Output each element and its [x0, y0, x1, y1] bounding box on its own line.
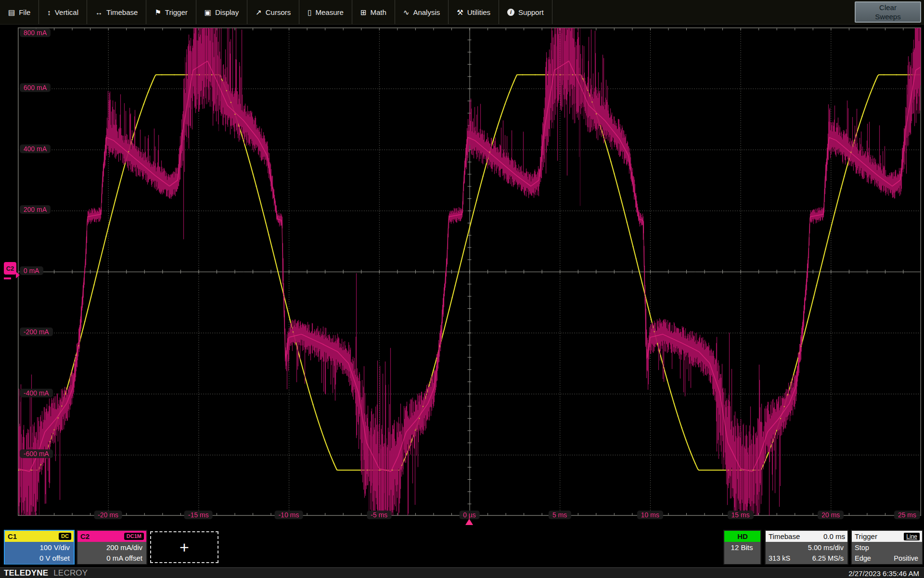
trigger-flag-icon: ⚑ — [154, 9, 161, 16]
add-trace-button[interactable]: + — [150, 531, 218, 563]
timebase-samples: 313 kS — [769, 553, 790, 564]
timebase-rate: 6.25 MS/s — [812, 553, 844, 564]
c1-scale: 100 V/div — [8, 542, 70, 553]
measure-icon: ▯ — [308, 9, 311, 16]
menu-item-display[interactable]: ▣Display — [196, 0, 247, 24]
x-axis-label-0ms: 0 µs — [459, 511, 480, 519]
trigger-title: Trigger — [855, 532, 877, 540]
menu-item-label: Trigger — [165, 8, 188, 16]
menu-item-utilities[interactable]: ⚒Utilities — [449, 0, 499, 24]
display-icon: ▣ — [205, 9, 211, 16]
file-icon: ▤ — [8, 9, 15, 16]
c2-label: C2 — [80, 532, 90, 540]
menu-item-math[interactable]: ⊞Math — [352, 0, 395, 24]
x-axis-label-15ms: 15 ms — [728, 511, 754, 519]
c2-zero-level-dash — [4, 277, 11, 279]
clear-sweeps-line1: Clear — [879, 3, 897, 12]
menu-item-label: Timebase — [106, 8, 138, 16]
c1-coupling-badge: DC — [59, 533, 71, 540]
calculator-icon: ⊞ — [360, 9, 367, 16]
y-axis-label-600mA: 600 mA — [20, 83, 51, 92]
c1-settings: 100 V/div 0 V offset — [5, 542, 74, 564]
trigger-source-badge: Line — [904, 533, 920, 540]
menu-item-file[interactable]: ▤File — [0, 0, 39, 24]
c1-label: C1 — [8, 532, 17, 540]
timebase-settings: 5.00 ms/div 313 kS 6.25 MS/s — [766, 542, 847, 564]
channel-descriptor-c2[interactable]: C2 DC1M 200 mA/div 0 mA offset — [77, 530, 147, 565]
menu-item-label: Vertical — [55, 8, 78, 16]
hd-label: HD — [737, 532, 748, 540]
c2-zero-level-marker[interactable]: C2 — [4, 262, 16, 275]
timebase-header: Timebase 0.0 ms — [766, 531, 847, 542]
timebase-delay: 0.0 ms — [823, 532, 845, 540]
trigger-slope: Positive — [894, 553, 918, 564]
menu-item-label: Support — [518, 8, 544, 16]
hd-bits: 12 Bits — [724, 542, 760, 564]
y-axis-label-200mA: 200 mA — [20, 205, 51, 214]
timebase-title: Timebase — [769, 532, 800, 540]
tools-icon: ⚒ — [457, 9, 463, 16]
menu-item-vertical[interactable]: ↕Vertical — [39, 0, 87, 24]
analysis-wave-icon: ∿ — [403, 9, 410, 16]
y-axis-label--200mA: -200 mA — [20, 328, 53, 336]
horizontal-arrows-icon: ↔ — [95, 9, 103, 16]
x-axis-label--5ms: -5 ms — [367, 511, 391, 519]
clear-sweeps-button[interactable]: ClearSweeps — [855, 1, 921, 23]
hd-badge: HD — [724, 531, 760, 542]
menu-item-support[interactable]: iSupport — [499, 0, 552, 24]
y-axis-label--600mA: -600 mA — [20, 449, 53, 458]
menu-item-label: Cursors — [266, 8, 291, 16]
y-axis-label-800mA: 800 mA — [20, 28, 51, 37]
menu-item-cursors[interactable]: ↗Cursors — [247, 0, 299, 24]
x-axis-label--20ms: -20 ms — [94, 511, 122, 519]
x-axis-label--15ms: -15 ms — [184, 511, 213, 519]
menu-item-trigger[interactable]: ⚑Trigger — [146, 0, 196, 24]
status-bar: TELEDYNE LECROY 2/27/2023 6:35:46 AM — [0, 567, 924, 578]
timebase-descriptor[interactable]: Timebase 0.0 ms 5.00 ms/div 313 kS 6.25 … — [765, 530, 848, 565]
x-axis-label-25ms: 25 ms — [894, 511, 920, 519]
c2-zero-pointer-icon — [16, 272, 20, 278]
menu-item-label: Math — [370, 8, 386, 16]
c2-settings: 200 mA/div 0 mA offset — [77, 542, 146, 564]
vertical-arrows-icon: ↕ — [47, 9, 51, 16]
trigger-type: Edge — [855, 553, 871, 564]
menu-item-label: File — [19, 8, 30, 16]
brand-lecroy: LECROY — [53, 568, 88, 578]
channel-descriptor-c1[interactable]: C1 DC 100 V/div 0 V offset — [4, 530, 75, 565]
trigger-settings: Stop Edge Positive — [852, 542, 922, 564]
menu-item-measure[interactable]: ▯Measure — [299, 0, 352, 24]
trigger-header: Trigger Line — [852, 531, 922, 542]
info-icon: i — [507, 9, 514, 16]
c2-header: C2 DC1M — [77, 531, 146, 542]
brand-teledyne: TELEDYNE — [4, 568, 48, 578]
timebase-scale: 5.00 ms/div — [769, 542, 844, 553]
y-axis-label-0mA: 0 mA — [20, 266, 43, 275]
cursor-arrow-icon: ↗ — [256, 9, 262, 16]
datetime-display: 2/27/2023 6:35:46 AM — [848, 569, 919, 578]
menu-item-analysis[interactable]: ∿Analysis — [395, 0, 449, 24]
brand-logo: TELEDYNE LECROY — [4, 568, 88, 578]
menu-item-timebase[interactable]: ↔Timebase — [87, 0, 146, 24]
hd-mode-box[interactable]: HD 12 Bits — [723, 530, 761, 565]
oscilloscope-screen: ▤File↕Vertical↔Timebase⚑Trigger▣Display↗… — [0, 0, 924, 578]
c1-offset: 0 V offset — [8, 553, 70, 564]
menu-item-label: Analysis — [413, 8, 440, 16]
trigger-mode: Stop — [855, 542, 918, 553]
menu-bar: ▤File↕Vertical↔Timebase⚑Trigger▣Display↗… — [0, 0, 924, 25]
y-axis-label--400mA: -400 mA — [20, 389, 53, 397]
c2-coupling-badge: DC1M — [124, 533, 144, 540]
x-axis-label-20ms: 20 ms — [818, 511, 844, 519]
c1-header: C1 DC — [5, 531, 74, 542]
x-axis-label-5ms: 5 ms — [549, 511, 571, 519]
c2-scale: 200 mA/div — [80, 542, 142, 553]
menu-item-label: Utilities — [467, 8, 490, 16]
trigger-position-marker-icon[interactable] — [465, 519, 473, 525]
clear-sweeps-line2: Sweeps — [875, 13, 900, 21]
trigger-descriptor[interactable]: Trigger Line Stop Edge Positive — [851, 530, 923, 565]
x-axis-label-10ms: 10 ms — [637, 511, 663, 519]
plus-icon: + — [180, 538, 189, 557]
y-axis-label-400mA: 400 mA — [20, 144, 51, 153]
c2-offset: 0 mA offset — [80, 553, 142, 564]
waveform-grid[interactable] — [18, 27, 921, 516]
x-axis-label--10ms: -10 ms — [275, 511, 303, 519]
